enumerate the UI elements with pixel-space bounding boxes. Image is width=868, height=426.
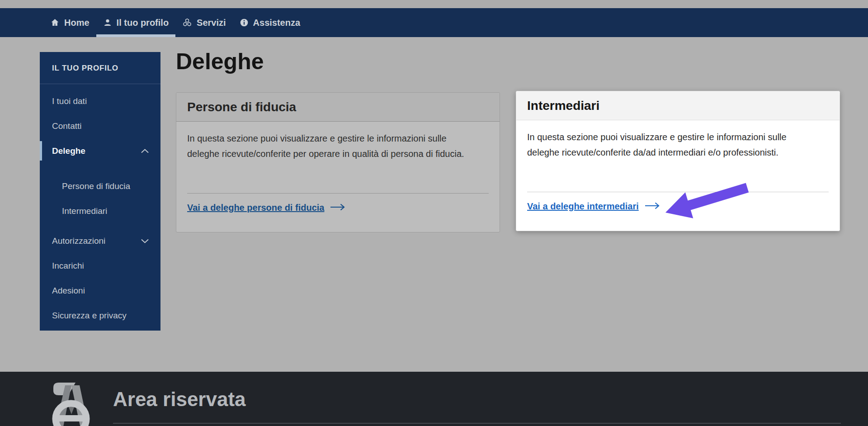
sidebar: IL TUO PROFILO I tuoi dati Contatti Dele… (40, 52, 160, 331)
footer-divider (113, 423, 841, 424)
sidebar-item-label: Adesioni (52, 286, 85, 296)
nav-item-label: Assistenza (253, 18, 301, 28)
sidebar-item-persone-di-fiducia[interactable]: Persone di fiducia (40, 174, 160, 199)
sidebar-item-incarichi[interactable]: Incarichi (40, 253, 160, 278)
nav-item-home[interactable]: Home (43, 8, 96, 37)
cubes-icon (182, 18, 192, 28)
agenzia-entrate-logo (45, 377, 97, 426)
footer-title: Area riservata (113, 388, 246, 411)
nav-item-label: Home (64, 18, 90, 28)
card-header: Intermediari (516, 91, 840, 120)
sidebar-item-label: Persone di fiducia (62, 181, 130, 191)
card-title: Intermediari (527, 99, 599, 113)
sidebar-item-intermediari[interactable]: Intermediari (40, 199, 160, 223)
card-header: Persone di fiducia (176, 93, 500, 122)
sidebar-item-deleghe[interactable]: Deleghe (40, 138, 160, 163)
footer: Area riservata (0, 372, 868, 426)
top-navbar: Home Il tuo profilo Servizi Assistenza (0, 8, 868, 37)
link-label: Vai a deleghe persone di fiducia (187, 203, 324, 213)
sidebar-item-label: Intermediari (62, 206, 107, 216)
card-description-line: deleghe ricevute/conferite da/ad interme… (527, 145, 829, 160)
nav-item-il-tuo-profilo[interactable]: Il tuo profilo (96, 8, 176, 37)
sidebar-submenu-deleghe: Persone di fiducia Intermediari (40, 174, 160, 223)
sidebar-item-label: Deleghe (52, 146, 85, 156)
nav-item-label: Il tuo profilo (117, 18, 169, 28)
browser-top-strip (0, 0, 868, 8)
nav-item-label: Servizi (197, 18, 226, 28)
info-icon (240, 18, 249, 27)
link-label: Vai a deleghe intermediari (527, 201, 639, 212)
card-title: Persone di fiducia (187, 100, 296, 114)
annotation-arrow-icon (651, 177, 760, 229)
sidebar-item-label: I tuoi dati (52, 96, 87, 106)
sidebar-menu: I tuoi dati Contatti Deleghe Persone di … (40, 89, 160, 328)
sidebar-item-label: Sicurezza e privacy (52, 311, 127, 321)
card-description-line: In questa sezione puoi visualizzare e ge… (187, 131, 489, 146)
sidebar-item-i-tuoi-dati[interactable]: I tuoi dati (40, 89, 160, 114)
card-divider (187, 193, 489, 194)
right-arrow-icon (330, 203, 346, 213)
card-description-line: In questa sezione puoi visualizzare e ge… (527, 129, 829, 145)
sidebar-item-label: Contatti (52, 121, 81, 131)
sidebar-item-label: Autorizzazioni (52, 236, 105, 246)
page-title: Deleghe (176, 48, 264, 75)
chevron-down-icon (141, 236, 149, 246)
sidebar-item-sicurezza-e-privacy[interactable]: Sicurezza e privacy (40, 303, 160, 328)
home-icon (50, 18, 60, 27)
sidebar-item-autorizzazioni[interactable]: Autorizzazioni (40, 228, 160, 253)
user-icon (103, 18, 112, 27)
card-body: In questa sezione puoi visualizzare e ge… (176, 122, 500, 229)
nav-item-assistenza[interactable]: Assistenza (233, 8, 307, 37)
vai-a-deleghe-persone-di-fiducia-link[interactable]: Vai a deleghe persone di fiducia (187, 203, 489, 213)
card-description-line: deleghe ricevute/conferite per operare i… (187, 146, 489, 161)
chevron-up-icon (141, 146, 149, 156)
card-persone-di-fiducia: Persone di fiducia In questa sezione puo… (176, 92, 500, 232)
sidebar-item-contatti[interactable]: Contatti (40, 114, 160, 138)
active-item-indicator (40, 141, 42, 161)
sidebar-item-label: Incarichi (52, 261, 84, 271)
sidebar-header: IL TUO PROFILO (40, 52, 160, 84)
nav-item-servizi[interactable]: Servizi (175, 8, 232, 37)
sidebar-item-adesioni[interactable]: Adesioni (40, 278, 160, 303)
